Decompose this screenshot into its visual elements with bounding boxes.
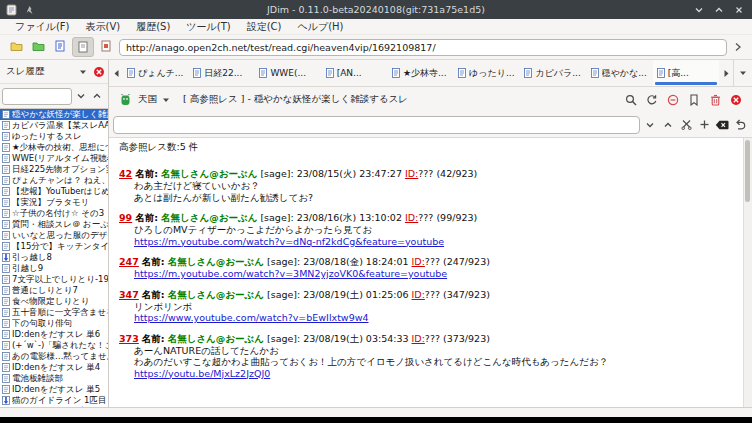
content-scrollbar[interactable] <box>743 138 752 407</box>
list-item[interactable]: 下の句取り俳句 <box>0 318 108 329</box>
close-icon[interactable] <box>732 3 746 17</box>
post-link[interactable]: https://m.youtube.com/watch?v=3MN2yjzoVK… <box>134 268 739 280</box>
image-view-button[interactable] <box>96 37 116 55</box>
find-prev-icon[interactable] <box>660 117 676 133</box>
menu-tools[interactable]: ツール(T) <box>179 19 237 34</box>
tab[interactable]: 日経22... <box>189 60 255 86</box>
list-item[interactable]: 引越し9 <box>0 263 108 274</box>
list-item[interactable]: 普通にしりとり7 <box>0 285 108 296</box>
add-icon[interactable] <box>696 117 712 133</box>
sidebar-close-icon[interactable] <box>92 65 106 79</box>
post-author[interactable]: 名無しさん@おーぶん <box>168 333 264 344</box>
tab[interactable]: 穏やかな... <box>587 60 653 86</box>
minimize-icon[interactable] <box>692 3 706 17</box>
list-item[interactable]: ぴょんチャンは？ ねえ、ぴ <box>0 175 108 186</box>
sidebar-dropdown-icon[interactable] <box>76 65 90 79</box>
tab[interactable]: ぴょんチ... <box>123 60 189 86</box>
list-item[interactable]: あの電影様…黙ってません <box>0 351 108 362</box>
post-link[interactable]: https://m.youtube.com/watch?v=dNq-nf2kdC… <box>134 236 739 248</box>
menu-view[interactable]: 表示(V) <box>79 19 128 34</box>
list-item[interactable]: いいなと思った服のデザイン <box>0 230 108 241</box>
thread-list-button[interactable] <box>50 37 70 55</box>
reload-icon[interactable] <box>644 92 660 108</box>
list-item[interactable]: 質問・相談スレ＠ おーぶん <box>0 219 108 230</box>
list-item[interactable]: 猫のガイドライン 1匹目 <box>0 395 108 406</box>
tab[interactable]: WWE(... <box>255 60 321 86</box>
post-link[interactable]: https://youtu.be/MjxLz2JzQJ0 <box>134 368 739 380</box>
board-dropdown-icon[interactable] <box>162 97 170 103</box>
list-item[interactable]: ★少林寺の技術、思想につ <box>0 142 108 153</box>
list-item[interactable]: ID:denをだすスレ 単4 <box>0 362 108 373</box>
post-id-link[interactable]: ID: <box>412 256 425 267</box>
tab-active[interactable]: [高... <box>653 60 719 86</box>
tab[interactable]: ★少林寺... <box>388 60 454 86</box>
article-view-button[interactable] <box>72 37 94 57</box>
post-author[interactable]: 名無しさん@おーぶん <box>161 212 257 223</box>
tab[interactable]: カピバラ... <box>520 60 586 86</box>
board-name[interactable]: 天国 <box>138 93 157 106</box>
undo-icon[interactable] <box>732 117 748 133</box>
post-text-line: わあのだいすこな超かわよ曲貼っておくお！上の方でイロモノ扱いされてるけどこんな時… <box>134 356 739 368</box>
list-item[interactable]: 7文字以上でしりとり-19 <box>0 274 108 285</box>
stop-icon[interactable] <box>665 92 681 108</box>
find-input[interactable] <box>113 116 640 134</box>
thread-title-label: 五十音順に一文字含ませる <box>12 307 108 318</box>
menu-file[interactable]: ファイル(F) <box>8 19 77 34</box>
board-list-button[interactable] <box>6 37 26 55</box>
list-item[interactable]: 穏やかな妖怪が楽しく雑談 <box>0 109 108 120</box>
bookmark-icon[interactable] <box>686 92 702 108</box>
list-item[interactable]: ID:denをだすスレ 単5 <box>0 384 108 395</box>
tab-label: 日経22... <box>204 67 242 80</box>
post-id-link[interactable]: ID: <box>412 333 425 344</box>
post-id-link[interactable]: ID: <box>405 212 418 223</box>
search-icon[interactable] <box>623 92 639 108</box>
scrollbar-thumb[interactable] <box>745 140 750 202</box>
find-next-icon[interactable] <box>642 117 658 133</box>
post-id-link[interactable]: ID: <box>412 289 425 300</box>
post-link[interactable]: https://www.youtube.com/watch?v=bEwIlxtw… <box>134 312 739 324</box>
tab[interactable]: ゆったり... <box>454 60 520 86</box>
backspace-icon[interactable] <box>714 117 730 133</box>
list-item[interactable]: WWE(リアルタイム視聴者ス <box>0 153 108 164</box>
list-item[interactable]: 日経225先物オプション実況 <box>0 164 108 175</box>
list-item[interactable]: 【悲報】YouTuberはじめしゃ <box>0 186 108 197</box>
tab-scroll-left-icon[interactable] <box>109 60 123 86</box>
sidebar-search-input[interactable] <box>2 88 72 105</box>
post-number[interactable]: 247 <box>119 256 139 267</box>
find-prev-icon[interactable] <box>89 89 104 104</box>
menu-settings[interactable]: 設定(C) <box>240 19 289 34</box>
post-number[interactable]: 373 <box>119 333 139 344</box>
post-number[interactable]: 99 <box>119 212 132 223</box>
find-next-icon[interactable] <box>73 89 88 104</box>
post-id-link[interactable]: ID: <box>405 168 418 179</box>
post-number[interactable]: 42 <box>119 168 132 179</box>
url-go-icon[interactable] <box>730 38 746 56</box>
list-item[interactable]: (+´w`-)「騙されたな！ここ <box>0 340 108 351</box>
favorites-button[interactable] <box>28 37 48 55</box>
menu-history[interactable]: 履歴(S) <box>129 19 177 34</box>
tab[interactable]: [AN... <box>322 60 388 86</box>
list-item[interactable]: カピバラ温泉【某スレAA用】 <box>0 120 108 131</box>
list-item[interactable]: 引っ越し8 <box>0 252 108 263</box>
menu-help[interactable]: ヘルプ(H) <box>291 19 351 34</box>
post-author[interactable]: 名無しさん@おーぶん <box>168 289 264 300</box>
delete-icon[interactable] <box>707 92 723 108</box>
clear-highlight-icon[interactable] <box>678 117 694 133</box>
post-author[interactable]: 名無しさん@おーぶん <box>161 168 257 179</box>
post-number[interactable]: 347 <box>119 289 139 300</box>
list-item[interactable]: 電池板雑談部 <box>0 373 108 384</box>
list-item[interactable]: ID:denをだすスレ 単6 <box>0 329 108 340</box>
list-item[interactable]: ゆったりするスレ <box>0 131 108 142</box>
tab-list-icon[interactable] <box>733 60 752 86</box>
thread-title-label: 【実況】ブラタモリ <box>12 197 90 208</box>
tab-scroll-right-icon[interactable] <box>719 60 733 86</box>
list-item[interactable]: 【実況】ブラタモリ <box>0 197 108 208</box>
url-input[interactable] <box>119 39 727 56</box>
list-item[interactable]: ☆子供の名付け☆ その3 <box>0 208 108 219</box>
close-thread-icon[interactable] <box>728 92 744 108</box>
maximize-icon[interactable] <box>712 3 726 17</box>
list-item[interactable]: 食べ物限定しりとり <box>0 296 108 307</box>
post-author[interactable]: 名無しさん@おーぶん <box>168 256 264 267</box>
list-item[interactable]: 【15分で】キッチンタイマー <box>0 241 108 252</box>
list-item[interactable]: 五十音順に一文字含ませる <box>0 307 108 318</box>
